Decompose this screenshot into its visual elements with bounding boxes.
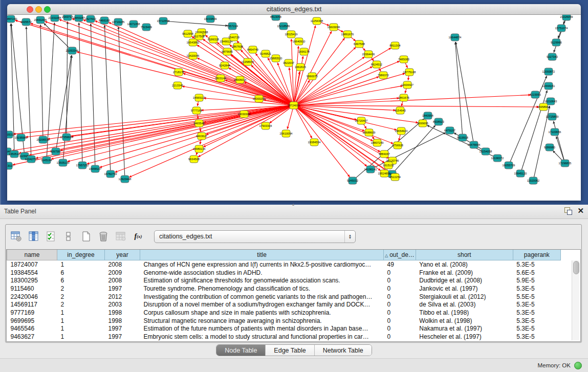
column-header-short[interactable]: short: [416, 250, 513, 260]
graph-node[interactable]: 10653287: [73, 15, 85, 21]
graph-node[interactable]: 9756928: [392, 142, 403, 149]
table-cell[interactable]: Structural magnetic resonance image aver…: [140, 317, 384, 325]
memory-ok-icon[interactable]: [574, 362, 582, 369]
table-cell[interactable]: 0: [384, 300, 416, 309]
column-header-out_de[interactable]: △out_de…: [384, 250, 416, 260]
graph-node[interactable]: 9245032: [347, 177, 358, 184]
graph-node[interactable]: 9619918: [457, 134, 468, 141]
graph-node[interactable]: 7515409: [141, 24, 152, 31]
table-cell[interactable]: 14569117: [7, 300, 57, 309]
graph-node[interactable]: 15218586: [277, 23, 290, 30]
graph-node[interactable]: 19945120: [514, 170, 527, 177]
table-cell[interactable]: 2009: [105, 269, 140, 277]
table-row[interactable]: 1938455462009Genome-wide association stu…: [7, 269, 561, 277]
graph-node[interactable]: 9097587: [50, 148, 61, 155]
table-cell[interactable]: 9465546: [7, 325, 57, 333]
table-cell[interactable]: Tibbo et al. (1998): [416, 309, 513, 317]
table-cell[interactable]: 2: [57, 285, 105, 293]
table-cell[interactable]: Nakamura et al. (1997): [416, 325, 513, 333]
table-cell[interactable]: Franke et al. (2009): [416, 269, 513, 277]
graph-node[interactable]: 16640910: [293, 38, 306, 45]
import-table-icon[interactable]: [115, 231, 126, 242]
table-cell[interactable]: 0: [384, 309, 416, 317]
table-cell[interactable]: Embryonic stem cells: a model to study s…: [140, 333, 384, 341]
graph-node[interactable]: 20364436: [362, 51, 375, 58]
table-cell[interactable]: 5.3E-5: [513, 300, 560, 309]
graph-node[interactable]: 18325419: [285, 31, 298, 38]
table-cell[interactable]: 1: [57, 309, 105, 317]
table-row[interactable]: 969969511998Structural magnetic resonanc…: [7, 317, 561, 325]
graph-node[interactable]: 8624512: [371, 61, 382, 68]
attribute-table[interactable]: namein_degreeyeartitle△out_de…shortpager…: [6, 249, 581, 342]
table-cell[interactable]: 5.3E-5: [513, 260, 560, 269]
float-panel-icon[interactable]: [564, 207, 572, 215]
tab-network-table[interactable]: Network Table: [315, 345, 372, 356]
column-header-title[interactable]: title: [140, 250, 384, 260]
table-row[interactable]: 1456911722003Disruption of a novel membe…: [7, 300, 561, 309]
graph-node[interactable]: 20610094: [280, 130, 293, 137]
graph-node[interactable]: 15751074: [555, 25, 568, 32]
table-cell[interactable]: 18724007: [7, 260, 57, 269]
graph-node[interactable]: 6466160: [99, 17, 110, 24]
graph-node[interactable]: 17103656: [549, 128, 561, 136]
graph-node[interactable]: 1546729: [228, 34, 239, 41]
tab-node-table[interactable]: Node Table: [216, 345, 266, 356]
table-panel-header[interactable]: ▴ Table Panel ✕: [0, 205, 588, 219]
column-header-year[interactable]: year: [105, 250, 140, 260]
graph-node[interactable]: 9875685: [222, 48, 233, 55]
table-cell[interactable]: 1997: [105, 285, 140, 293]
graph-node[interactable]: 17903304: [259, 122, 272, 129]
table-cell[interactable]: 1: [57, 317, 105, 325]
graph-node[interactable]: 9465546: [193, 120, 205, 127]
graph-node[interactable]: 1861676: [398, 94, 409, 101]
graph-node[interactable]: 1350514: [9, 150, 20, 158]
graph-node[interactable]: 19195983: [15, 134, 28, 141]
combo-spinner-icon[interactable]: ▲▼: [344, 231, 355, 243]
graph-node[interactable]: 6497568: [354, 40, 365, 48]
graph-node[interactable]: 2867608: [232, 43, 243, 50]
table-cell[interactable]: Tourette syndrome. Phenomenology and cla…: [140, 285, 384, 293]
graph-node[interactable]: 21026059: [560, 15, 573, 20]
table-row[interactable]: 1872400712008Changes of HCN gene express…: [7, 260, 561, 269]
panel-resize-handle[interactable]: ▴: [290, 203, 297, 206]
table-cell[interactable]: 2003: [105, 300, 140, 309]
graph-node[interactable]: 8813054: [270, 15, 281, 20]
graph-node[interactable]: 18906014: [234, 76, 247, 83]
close-panel-icon[interactable]: ✕: [577, 207, 584, 215]
graph-node[interactable]: 2213345: [172, 82, 183, 89]
table-cell[interactable]: 6: [57, 276, 105, 285]
table-cell[interactable]: Jankovic et al. (1997): [416, 285, 513, 293]
table-cell[interactable]: 0: [384, 276, 416, 285]
graph-node[interactable]: 9777169: [191, 107, 202, 114]
graph-node[interactable]: 2803144: [215, 75, 226, 82]
table-row[interactable]: 911546021997Tourette syndrome. Phenomeno…: [7, 285, 561, 293]
table-cell[interactable]: 5.9E-5: [513, 276, 560, 285]
table-cell[interactable]: Disruption of a novel member of a sodium…: [140, 300, 384, 309]
graph-node[interactable]: 15720407: [355, 117, 368, 124]
table-row[interactable]: 946554611997Estimation of the future num…: [7, 325, 561, 333]
graph-node[interactable]: 9286980: [544, 144, 555, 151]
graph-node[interactable]: 19887240: [7, 15, 17, 23]
graph-node[interactable]: 17296835: [559, 160, 572, 167]
graph-node[interactable]: 14196141: [364, 166, 377, 173]
table-cell[interactable]: 5.3E-5: [513, 317, 560, 325]
graph-node[interactable]: 17359934: [60, 134, 73, 141]
graph-node[interactable]: 8938923: [433, 118, 444, 125]
graph-node[interactable]: 9129966: [551, 39, 562, 46]
graph-node[interactable]: 11920062: [527, 177, 539, 184]
table-cell[interactable]: 9699695: [7, 317, 57, 325]
graph-node[interactable]: 20691406: [34, 16, 47, 24]
network-view-window[interactable]: citations_edges.txt 19887240943557220691…: [7, 4, 581, 201]
table-cell[interactable]: Wolkin et al. (1998): [416, 317, 513, 325]
graph-node[interactable]: 16958107: [89, 165, 102, 172]
graph-node[interactable]: 15722558: [157, 17, 170, 25]
graph-node[interactable]: 1527602: [85, 15, 96, 23]
table-cell[interactable]: 2: [57, 300, 105, 309]
graph-node[interactable]: 1662615: [295, 63, 306, 71]
graph-node[interactable]: 9990075: [307, 73, 318, 80]
table-cell[interactable]: Genome-wide association studies in ADHD.: [140, 269, 384, 277]
column-header-name[interactable]: name: [7, 250, 57, 260]
table-vertical-scrollbar[interactable]: [572, 260, 579, 340]
graph-node[interactable]: 12923448: [119, 176, 132, 183]
delete-table-icon[interactable]: [98, 231, 109, 242]
